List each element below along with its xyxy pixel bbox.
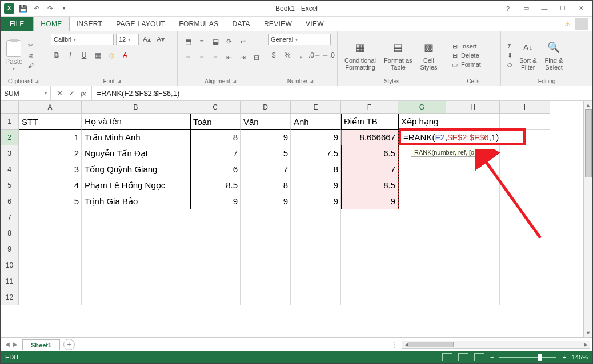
- cell-G12[interactable]: [398, 289, 446, 305]
- tab-home[interactable]: HOME: [33, 17, 69, 31]
- cell-G6[interactable]: [398, 193, 446, 209]
- cell-D5[interactable]: 8: [241, 177, 291, 193]
- cell-C11[interactable]: [190, 273, 241, 289]
- scroll-right-icon[interactable]: ▶: [582, 341, 590, 348]
- row-header-2[interactable]: 2: [1, 130, 19, 145]
- cell-C10[interactable]: [190, 257, 241, 273]
- orientation-icon[interactable]: ⟳: [223, 36, 235, 47]
- font-size-combo[interactable]: 12▾: [116, 34, 139, 45]
- col-header-D[interactable]: D: [241, 101, 291, 114]
- cell-B8[interactable]: [82, 225, 190, 241]
- cell-grid[interactable]: A B C D E F G H I 1 STT Họ và tên Toán V…: [1, 101, 583, 337]
- cell-E5[interactable]: 9: [291, 177, 341, 193]
- cut-icon[interactable]: ✂: [26, 41, 35, 50]
- horizontal-scrollbar[interactable]: ◀ ▶: [402, 341, 590, 349]
- cell-E12[interactable]: [291, 289, 341, 305]
- cell-B11[interactable]: [82, 273, 190, 289]
- cell-G5[interactable]: [398, 177, 446, 193]
- cell-F9[interactable]: [341, 241, 398, 257]
- cell-C6[interactable]: 9: [190, 193, 241, 209]
- cell-I6[interactable]: [500, 193, 550, 209]
- scroll-up-icon[interactable]: ▲: [584, 101, 592, 109]
- help-icon[interactable]: ?: [500, 3, 516, 14]
- align-center-icon[interactable]: ≡: [196, 52, 207, 63]
- cell-F8[interactable]: [341, 225, 398, 241]
- cell-A7[interactable]: [19, 209, 82, 225]
- col-header-G[interactable]: G: [398, 101, 446, 114]
- cell-B1[interactable]: Họ và tên: [82, 114, 190, 130]
- cell-C7[interactable]: [190, 209, 241, 225]
- cell-A12[interactable]: [19, 289, 82, 305]
- vertical-scrollbar[interactable]: ▲ ▼: [583, 101, 592, 337]
- cell-D1[interactable]: Văn: [241, 114, 291, 130]
- cancel-formula-icon[interactable]: ✕: [57, 89, 63, 98]
- cell-I11[interactable]: [500, 273, 550, 289]
- cell-D10[interactable]: [241, 257, 291, 273]
- tab-insert[interactable]: INSERT: [70, 17, 110, 31]
- cell-G1[interactable]: Xếp hạng: [398, 114, 446, 130]
- cell-H6[interactable]: [446, 193, 500, 209]
- align-bottom-icon[interactable]: ⬓: [210, 36, 221, 47]
- cell-I4[interactable]: [500, 161, 550, 177]
- cell-I9[interactable]: [500, 241, 550, 257]
- cell-I7[interactable]: [500, 209, 550, 225]
- row-header-3[interactable]: 3: [1, 145, 19, 161]
- col-header-F[interactable]: F: [341, 101, 398, 114]
- cell-C5[interactable]: 8.5: [190, 177, 241, 193]
- minimize-button[interactable]: —: [536, 3, 552, 14]
- cell-G8[interactable]: [398, 225, 446, 241]
- row-header-5[interactable]: 5: [1, 177, 19, 193]
- cell-A8[interactable]: [19, 225, 82, 241]
- page-break-view-icon[interactable]: [474, 353, 484, 361]
- find-select-button[interactable]: 🔍Find & Select: [543, 40, 566, 71]
- insert-cells-button[interactable]: ⊞Insert: [451, 42, 481, 50]
- cell-A9[interactable]: [19, 241, 82, 257]
- cell-H12[interactable]: [446, 289, 500, 305]
- cell-styles-button[interactable]: ▩Cell Styles: [418, 40, 440, 71]
- col-header-H[interactable]: H: [446, 101, 500, 114]
- conditional-formatting-button[interactable]: ▦Conditional Formatting: [342, 40, 378, 71]
- cell-G10[interactable]: [398, 257, 446, 273]
- align-left-icon[interactable]: ≡: [182, 52, 194, 63]
- hscroll-thumb[interactable]: [408, 342, 454, 347]
- tab-data[interactable]: DATA: [225, 17, 257, 31]
- cell-F3[interactable]: 6.5: [341, 145, 398, 161]
- increase-decimal-icon[interactable]: .0→: [309, 50, 320, 61]
- cell-E11[interactable]: [291, 273, 341, 289]
- cell-D7[interactable]: [241, 209, 291, 225]
- enter-formula-icon[interactable]: ✓: [69, 89, 75, 98]
- merge-icon[interactable]: ⊟: [251, 52, 262, 63]
- row-header-10[interactable]: 10: [1, 257, 19, 273]
- active-cell-editor[interactable]: =RANK(F2,$F$2:$F$6,1): [399, 128, 526, 145]
- border-button[interactable]: ▦: [92, 50, 103, 61]
- tab-view[interactable]: VIEW: [299, 17, 331, 31]
- decrease-indent-icon[interactable]: ⇤: [223, 52, 235, 63]
- cell-C12[interactable]: [190, 289, 241, 305]
- save-icon[interactable]: 💾: [18, 3, 28, 14]
- cell-H4[interactable]: [446, 161, 500, 177]
- cell-A6[interactable]: 5: [19, 193, 82, 209]
- sheet-nav-prev-icon[interactable]: ◀: [5, 341, 10, 347]
- cell-I10[interactable]: [500, 257, 550, 273]
- cell-E1[interactable]: Anh: [291, 114, 341, 130]
- cell-H10[interactable]: [446, 257, 500, 273]
- qat-dropdown-icon[interactable]: ▾: [59, 3, 69, 14]
- cell-A2[interactable]: 1: [19, 130, 82, 145]
- bold-button[interactable]: B: [51, 50, 62, 61]
- font-name-combo[interactable]: Calibri▾: [51, 34, 114, 45]
- alignment-launcher-icon[interactable]: ◢: [233, 79, 236, 84]
- file-tab[interactable]: FILE: [1, 17, 33, 31]
- cell-B12[interactable]: [82, 289, 190, 305]
- cell-B5[interactable]: Phạm Lê Hồng Ngọc: [82, 177, 190, 193]
- cell-C9[interactable]: [190, 241, 241, 257]
- undo-icon[interactable]: ↶: [31, 3, 42, 14]
- cell-E4[interactable]: 8: [291, 161, 341, 177]
- cell-A4[interactable]: 3: [19, 161, 82, 177]
- cell-A5[interactable]: 4: [19, 177, 82, 193]
- cell-B3[interactable]: Nguyễn Tấn Đạt: [82, 145, 190, 161]
- clear-button[interactable]: ◇: [506, 60, 514, 68]
- cell-G4[interactable]: [398, 161, 446, 177]
- col-header-B[interactable]: B: [82, 101, 190, 114]
- cell-F7[interactable]: [341, 209, 398, 225]
- user-account-icon[interactable]: [575, 18, 588, 30]
